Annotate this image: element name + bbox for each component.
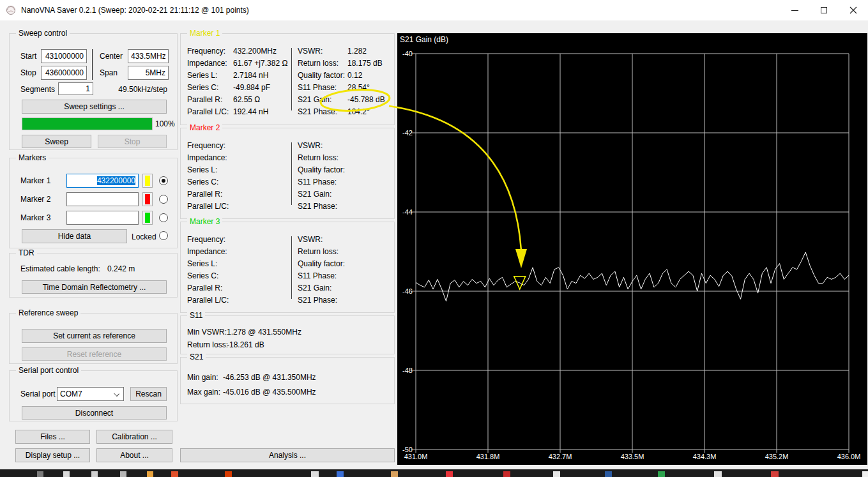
marker-2-frequency-input[interactable] (66, 192, 139, 206)
minimize-button[interactable] (780, 0, 809, 20)
taskbar-icon[interactable] (446, 471, 453, 477)
taskbar-icon[interactable] (147, 471, 153, 477)
marker-data-row: S21 Phase: (298, 296, 347, 305)
s11-panel: S11 Min VSWR: 1.278 @ 431.550MHz Return … (180, 315, 395, 354)
serial-port-group: Serial port control Serial port COM7 Res… (9, 370, 178, 421)
set-reference-button[interactable]: Set current as reference (22, 329, 167, 343)
marker-data-row: VSWR:1.282 (298, 47, 367, 56)
taskbar-icon[interactable] (771, 471, 779, 477)
about-button[interactable]: About ... (96, 448, 172, 462)
marker-data-row: Quality factor: (298, 259, 347, 268)
marker-1-frequency-input[interactable]: 432200000 (66, 174, 139, 188)
min-gain-label: Min gain: (187, 373, 218, 382)
disconnect-button[interactable]: Disconnect (22, 406, 167, 420)
svg-text:431.8M: 431.8M (476, 453, 500, 460)
taskbar-icon[interactable] (120, 471, 126, 477)
marker-data-row: Series C: (187, 271, 233, 280)
svg-text:-42: -42 (402, 129, 413, 137)
files-button[interactable]: Files ... (15, 430, 90, 444)
progress-percent: 100% (155, 119, 175, 128)
marker-data-row: S11 Phase: (298, 271, 347, 280)
marker-1-radio[interactable] (159, 176, 168, 185)
min-vswr-value: 1.278 @ 431.550MHz (227, 328, 301, 337)
svg-text:431.0M: 431.0M (404, 453, 428, 460)
segments-input[interactable] (58, 82, 93, 95)
taskbar-icon[interactable] (553, 471, 560, 477)
stop-button[interactable]: Stop (98, 135, 167, 148)
svg-text:S21 Gain (dB): S21 Gain (dB) (400, 35, 448, 44)
serial-port-select[interactable]: COM7 (57, 387, 124, 401)
taskbar-icon[interactable] (225, 471, 232, 477)
marker-data-row: Series C:-49.884 pF (187, 83, 270, 92)
taskbar-icon[interactable] (605, 471, 612, 477)
sweep-button[interactable]: Sweep (22, 135, 91, 148)
close-button[interactable] (839, 0, 868, 20)
marker-data-row: Return loss:18.175 dB (298, 59, 383, 68)
marker-data-divider (291, 236, 292, 299)
marker-data-row: Impedance: (187, 247, 233, 256)
chevron-down-icon (114, 391, 119, 397)
marker-data-row: VSWR: (298, 235, 347, 244)
marker-data-row: VSWR: (298, 141, 347, 150)
tdr-button[interactable]: Time Domain Reflectometry ... (22, 280, 167, 294)
marker-3-color-swatch[interactable] (142, 211, 153, 225)
cable-length-value: 0.242 m (107, 264, 135, 273)
reset-reference-button[interactable]: Reset reference (22, 347, 167, 361)
serial-port-label: Serial port (20, 390, 56, 398)
display-setup-button[interactable]: Display setup ... (15, 448, 90, 462)
stop-input[interactable] (41, 66, 87, 80)
marker-1-data-panel: Marker 1Frequency:432.200MHzImpedance:61… (180, 33, 395, 125)
marker-data-row: Series L: (187, 165, 233, 174)
marker-data-row: S21 Gain: (298, 284, 347, 292)
taskbar-icon[interactable] (714, 471, 722, 477)
max-gain-label: Max gain: (187, 388, 220, 397)
taskbar-icon[interactable] (391, 471, 398, 477)
marker-data-row: Frequency: (187, 141, 233, 150)
progress-fill (22, 118, 152, 130)
sweep-control-legend: Sweep control (16, 29, 70, 38)
marker-data-row: Parallel R:62.55 Ω (187, 95, 260, 104)
reference-sweep-group: Reference sweep Set current as reference… (9, 313, 178, 364)
locked-radio[interactable] (159, 231, 168, 240)
sweep-progress-bar (22, 117, 153, 130)
calibration-button[interactable]: Calibration ... (96, 430, 172, 444)
taskbar-icon[interactable] (171, 471, 178, 477)
s21-gain-chart[interactable]: -40-42-44-46-48-50431.0M431.8M432.7M433.… (397, 33, 867, 465)
analysis-button[interactable]: Analysis ... (180, 448, 395, 462)
hide-data-button[interactable]: Hide data (22, 229, 127, 243)
title-bar: NanoVNA Saver 0.2.1 (Sweep: 2020-02-21 2… (0, 0, 868, 20)
taskbar-icon[interactable] (862, 471, 868, 477)
markers-legend: Markers (16, 153, 49, 162)
rescan-button[interactable]: Rescan (130, 387, 167, 401)
s11-legend: S11 (187, 311, 205, 320)
taskbar-icon[interactable] (337, 471, 344, 477)
s21-legend: S21 (187, 352, 206, 361)
min-vswr-label: Min VSWR: (187, 328, 227, 337)
start-input[interactable] (41, 49, 87, 63)
marker-data-row: S21 Gain: (298, 190, 347, 199)
svg-text:436.0M: 436.0M (837, 453, 861, 460)
serial-port-value: COM7 (60, 390, 82, 398)
taskbar-icon[interactable] (91, 471, 98, 477)
taskbar-icon[interactable] (37, 471, 43, 477)
taskbar-icon[interactable] (63, 471, 70, 477)
marker-2-color-swatch[interactable] (142, 192, 153, 206)
marker-2-radio[interactable] (159, 195, 168, 204)
sweep-divider (92, 49, 93, 80)
marker-data-row: Quality factor:0.12 (298, 71, 362, 80)
marker-data-divider (291, 48, 292, 110)
center-input[interactable] (128, 49, 169, 63)
marker-data-row: S21 Phase: (298, 202, 347, 211)
maximize-button[interactable] (809, 0, 839, 20)
marker-data-row: Series L:2.7184 nH (187, 71, 268, 80)
marker-3-radio[interactable] (159, 213, 168, 222)
taskbar-icon[interactable] (658, 471, 665, 477)
taskbar-icon[interactable] (503, 471, 510, 477)
taskbar[interactable] (0, 469, 868, 477)
span-input[interactable] (128, 66, 169, 80)
marker-1-color-swatch[interactable] (142, 174, 153, 188)
marker-3-frequency-input[interactable] (66, 211, 139, 225)
sweep-settings-button[interactable]: Sweep settings ... (22, 100, 167, 114)
marker-data-row: Quality factor: (298, 165, 347, 174)
taskbar-icon[interactable] (311, 471, 319, 477)
